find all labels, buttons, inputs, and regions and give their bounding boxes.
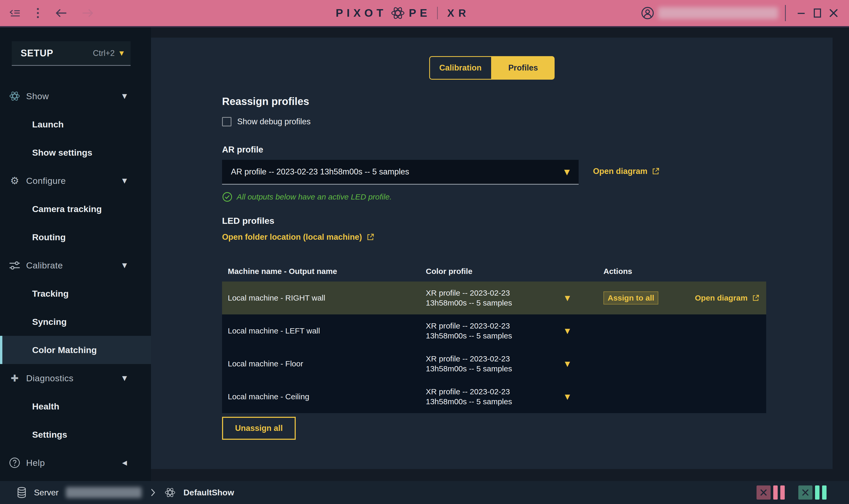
statusbar-breadcrumb: Server DefaultShow (17, 486, 234, 499)
titlebar: PIXOT PE XR (0, 0, 849, 28)
chevron-down-icon[interactable]: ▼ (122, 262, 127, 269)
row-dropdown-caret-icon[interactable]: ▼ (562, 327, 598, 335)
setup-mode-selector[interactable]: SETUP Ctrl+2 ▼ (12, 41, 130, 66)
col-header-actions: Actions (598, 267, 690, 276)
chevron-right-icon (149, 488, 157, 497)
engine-controls (757, 485, 827, 500)
pause-bar-icon[interactable] (773, 485, 778, 500)
server-label[interactable]: Server (34, 488, 58, 498)
table-row[interactable]: Local machine - Floor XR profile -- 2023… (222, 347, 766, 380)
color-profile-cell: XR profile -- 2023-02-23 13h58m00s -- 5 … (415, 387, 546, 407)
engine-group-red (757, 485, 785, 500)
sidebar-item-launch[interactable]: Launch (0, 110, 151, 139)
sidebar-item-label: Calibrate (26, 260, 63, 271)
sidebar-item-diagnostics[interactable]: ✚ Diagnostics ▼ (0, 364, 151, 392)
pause-bar-icon[interactable] (780, 485, 785, 500)
actions-cell: Assign to all (598, 291, 690, 305)
kebab-menu-icon[interactable] (36, 7, 40, 19)
chevron-down-icon[interactable]: ▼ (122, 92, 127, 100)
unassign-all-button[interactable]: Unassign all (222, 417, 296, 440)
row-dropdown-caret-icon[interactable]: ▼ (562, 393, 598, 401)
open-folder-location-link[interactable]: Open folder location (local machine) (222, 232, 375, 242)
sidebar-item-label: Color Matching (32, 345, 97, 355)
sidebar-item-show[interactable]: Show ▼ (0, 82, 151, 110)
actions-cell: Open diagram (690, 293, 766, 302)
sidebar-item-health[interactable]: Health (0, 392, 151, 420)
titlebar-left-group (10, 7, 94, 19)
setup-label: SETUP (21, 48, 53, 59)
cross-icon: ✚ (8, 373, 21, 384)
chevron-down-icon[interactable]: ▼ (122, 375, 127, 382)
back-icon[interactable] (55, 8, 67, 18)
tab-bar: Calibration Profiles (429, 56, 554, 80)
sidebar-item-label: Help (26, 458, 45, 468)
col-header-machine-output: Machine name - Output name (222, 267, 415, 276)
sidebar-item-tracking[interactable]: Tracking (0, 280, 151, 308)
maximize-button[interactable] (809, 5, 826, 21)
forward-icon[interactable] (82, 8, 94, 18)
stop-engine-red-icon[interactable] (757, 485, 771, 500)
statusbar: Server DefaultShow (0, 481, 849, 504)
sidebar-item-help[interactable]: Help ◀ (0, 449, 151, 477)
close-button[interactable] (826, 5, 842, 21)
stop-engine-green-icon[interactable] (798, 485, 812, 500)
row-dropdown-caret-icon[interactable]: ▼ (562, 294, 598, 302)
led-status-message: All outputs below have an active LED pro… (237, 193, 392, 201)
machine-output-cell: Local machine - Floor (222, 359, 415, 368)
sidebar-item-camera-tracking[interactable]: Camera tracking (0, 195, 151, 223)
pause-bar-icon[interactable] (822, 485, 827, 500)
sidebar-item-label: Show (26, 91, 49, 101)
content-area: Calibration Profiles Reassign profiles S… (151, 28, 849, 481)
chevron-left-icon[interactable]: ◀ (122, 459, 127, 466)
table-row[interactable]: Local machine - LEFT wall XR profile -- … (222, 314, 766, 347)
machine-output-cell: Local machine - RIGHT wall (222, 293, 415, 302)
table-body: Local machine - RIGHT wall XR profile --… (222, 282, 766, 413)
redacted-user-email (658, 7, 778, 19)
chevron-down-icon[interactable]: ▼ (122, 177, 127, 184)
minimize-button[interactable] (793, 5, 809, 21)
sidebar-item-label: Configure (26, 176, 66, 186)
ar-open-diagram-link[interactable]: Open diagram (593, 167, 660, 176)
sidebar-item-label: Diagnostics (26, 373, 73, 383)
gear-icon: ⚙ (8, 175, 21, 186)
sidebar-item-configure[interactable]: ⚙ Configure ▼ (0, 167, 151, 195)
current-show-name[interactable]: DefaultShow (183, 488, 234, 498)
sidebar-item-settings[interactable]: Settings (0, 420, 151, 449)
sidebar-item-label: Routing (32, 232, 66, 242)
table-row[interactable]: Local machine - Ceiling XR profile -- 20… (222, 380, 766, 413)
color-profile-cell: XR profile -- 2023-02-23 13h58m00s -- 5 … (415, 321, 546, 341)
sidebar-item-label: Camera tracking (32, 204, 102, 214)
tab-profiles[interactable]: Profiles (492, 56, 554, 80)
table-row[interactable]: Local machine - RIGHT wall XR profile --… (222, 282, 766, 314)
sidebar-nav: Show ▼ Launch Show settings ⚙ Configure … (0, 82, 151, 477)
titlebar-divider (785, 5, 786, 21)
show-debug-profiles-label: Show debug profiles (237, 117, 311, 126)
pause-bar-icon[interactable] (815, 485, 819, 500)
sidebar-item-routing[interactable]: Routing (0, 223, 151, 251)
sidebar-item-show-settings[interactable]: Show settings (0, 139, 151, 167)
ar-profile-dropdown[interactable]: AR profile -- 2023-02-23 13h58m00s -- 5 … (222, 160, 579, 185)
check-circle-icon (222, 192, 232, 202)
row-dropdown-caret-icon[interactable]: ▼ (562, 360, 598, 368)
redacted-server-name (66, 487, 142, 498)
machine-output-cell: Local machine - LEFT wall (222, 326, 415, 335)
logo-text-right: PE (409, 7, 431, 19)
sidebar-item-calibrate[interactable]: Calibrate ▼ (0, 251, 151, 280)
ar-open-diagram-label: Open diagram (593, 167, 647, 176)
machine-output-cell: Local machine - Ceiling (222, 392, 415, 401)
col-header-color-profile: Color profile (415, 266, 562, 276)
row-open-diagram-link[interactable]: Open diagram (695, 293, 760, 302)
page-title: Reassign profiles (222, 95, 309, 107)
chevron-down-icon: ▼ (119, 50, 124, 56)
assign-to-all-button[interactable]: Assign to all (603, 291, 658, 305)
pixotope-icon (8, 90, 21, 102)
sidebar-item-color-matching[interactable]: Color Matching (0, 336, 151, 364)
show-debug-profiles-checkbox[interactable] (222, 117, 231, 126)
external-link-icon (366, 233, 375, 241)
engine-group-green (798, 485, 827, 500)
user-account-icon[interactable] (641, 6, 654, 20)
tab-calibration[interactable]: Calibration (429, 56, 492, 80)
sidebar-item-syncing[interactable]: Syncing (0, 308, 151, 336)
collapse-sidebar-icon[interactable] (10, 8, 21, 18)
sidebar-item-label: Settings (32, 430, 67, 440)
